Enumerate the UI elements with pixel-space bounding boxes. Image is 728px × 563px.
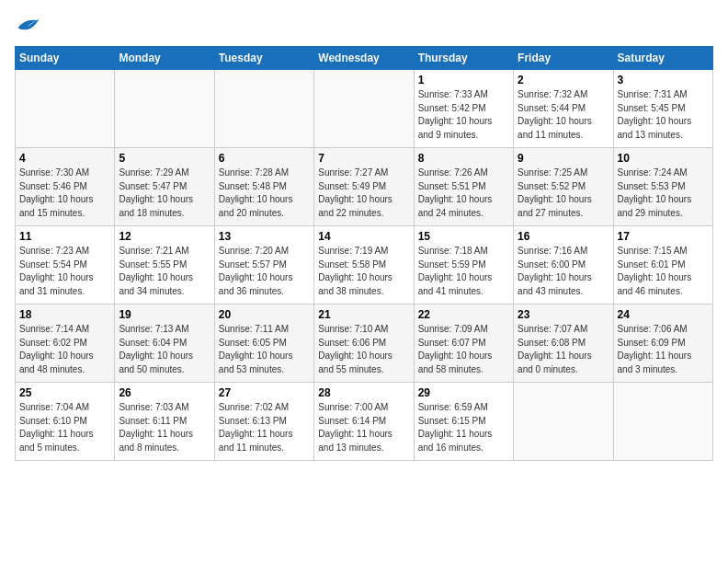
day-number: 22 — [418, 308, 509, 321]
day-number: 21 — [318, 308, 409, 321]
day-info: Sunrise: 7:32 AM Sunset: 5:44 PM Dayligh… — [518, 88, 609, 142]
weekday-header-saturday: Saturday — [613, 47, 712, 70]
calendar-cell: 24Sunrise: 7:06 AM Sunset: 6:09 PM Dayli… — [613, 304, 712, 383]
day-number: 15 — [418, 230, 509, 243]
calendar-cell: 13Sunrise: 7:20 AM Sunset: 5:57 PM Dayli… — [214, 226, 313, 304]
day-info: Sunrise: 7:15 AM Sunset: 6:01 PM Dayligh… — [618, 245, 709, 298]
day-number: 2 — [518, 74, 609, 86]
day-number: 5 — [119, 152, 210, 165]
day-info: Sunrise: 7:02 AM Sunset: 6:13 PM Dayligh… — [219, 401, 310, 454]
day-info: Sunrise: 7:04 AM Sunset: 6:10 PM Dayligh… — [19, 401, 110, 454]
calendar-cell: 14Sunrise: 7:19 AM Sunset: 5:58 PM Dayli… — [314, 226, 414, 304]
calendar-cell — [613, 383, 712, 461]
calendar-cell: 19Sunrise: 7:13 AM Sunset: 6:04 PM Dayli… — [115, 304, 214, 383]
weekday-header-row: SundayMondayTuesdayWednesdayThursdayFrid… — [16, 47, 713, 70]
calendar-week-row: 25Sunrise: 7:04 AM Sunset: 6:10 PM Dayli… — [16, 383, 713, 461]
day-number: 7 — [318, 152, 409, 165]
day-info: Sunrise: 7:07 AM Sunset: 6:08 PM Dayligh… — [518, 323, 609, 376]
day-info: Sunrise: 7:19 AM Sunset: 5:58 PM Dayligh… — [318, 245, 409, 298]
day-info: Sunrise: 7:09 AM Sunset: 6:07 PM Dayligh… — [418, 323, 509, 376]
day-number: 23 — [518, 308, 609, 321]
header — [15, 15, 713, 35]
day-number: 12 — [119, 230, 210, 243]
calendar-cell: 6Sunrise: 7:28 AM Sunset: 5:48 PM Daylig… — [214, 148, 313, 226]
calendar-cell: 10Sunrise: 7:24 AM Sunset: 5:53 PM Dayli… — [613, 148, 712, 226]
calendar-cell: 1Sunrise: 7:33 AM Sunset: 5:42 PM Daylig… — [414, 70, 513, 148]
weekday-header-monday: Monday — [115, 47, 214, 70]
calendar-cell: 26Sunrise: 7:03 AM Sunset: 6:11 PM Dayli… — [115, 383, 214, 461]
day-info: Sunrise: 7:00 AM Sunset: 6:14 PM Dayligh… — [318, 401, 409, 454]
day-number: 25 — [19, 386, 110, 399]
day-info: Sunrise: 7:11 AM Sunset: 6:05 PM Dayligh… — [219, 323, 310, 376]
day-number: 17 — [618, 230, 709, 243]
calendar-cell: 17Sunrise: 7:15 AM Sunset: 6:01 PM Dayli… — [613, 226, 712, 304]
day-number: 3 — [618, 74, 709, 86]
day-info: Sunrise: 7:10 AM Sunset: 6:06 PM Dayligh… — [318, 323, 409, 376]
calendar-week-row: 11Sunrise: 7:23 AM Sunset: 5:54 PM Dayli… — [16, 226, 713, 304]
calendar-cell — [115, 70, 214, 148]
day-info: Sunrise: 7:23 AM Sunset: 5:54 PM Dayligh… — [19, 245, 110, 298]
calendar-cell: 4Sunrise: 7:30 AM Sunset: 5:46 PM Daylig… — [16, 148, 115, 226]
calendar-cell: 3Sunrise: 7:31 AM Sunset: 5:45 PM Daylig… — [613, 70, 712, 148]
calendar-cell: 2Sunrise: 7:32 AM Sunset: 5:44 PM Daylig… — [514, 70, 613, 148]
day-number: 18 — [19, 308, 110, 321]
calendar-cell: 21Sunrise: 7:10 AM Sunset: 6:06 PM Dayli… — [314, 304, 414, 383]
calendar-week-row: 18Sunrise: 7:14 AM Sunset: 6:02 PM Dayli… — [16, 304, 713, 383]
weekday-header-thursday: Thursday — [414, 47, 513, 70]
calendar-cell: 23Sunrise: 7:07 AM Sunset: 6:08 PM Dayli… — [514, 304, 613, 383]
day-number: 24 — [618, 308, 709, 321]
day-number: 16 — [518, 230, 609, 243]
day-info: Sunrise: 7:14 AM Sunset: 6:02 PM Dayligh… — [19, 323, 110, 376]
calendar-cell — [514, 383, 613, 461]
weekday-header-friday: Friday — [514, 47, 613, 70]
calendar-cell: 15Sunrise: 7:18 AM Sunset: 5:59 PM Dayli… — [414, 226, 513, 304]
calendar-cell: 20Sunrise: 7:11 AM Sunset: 6:05 PM Dayli… — [214, 304, 313, 383]
day-number: 26 — [119, 386, 210, 399]
weekday-header-tuesday: Tuesday — [214, 47, 313, 70]
day-info: Sunrise: 7:20 AM Sunset: 5:57 PM Dayligh… — [219, 245, 310, 298]
day-number: 27 — [219, 386, 310, 399]
day-number: 20 — [219, 308, 310, 321]
day-number: 29 — [418, 386, 509, 399]
day-info: Sunrise: 7:16 AM Sunset: 6:00 PM Dayligh… — [518, 245, 609, 298]
day-info: Sunrise: 7:13 AM Sunset: 6:04 PM Dayligh… — [119, 323, 210, 376]
calendar-cell: 12Sunrise: 7:21 AM Sunset: 5:55 PM Dayli… — [115, 226, 214, 304]
day-number: 8 — [418, 152, 509, 165]
day-info: Sunrise: 7:06 AM Sunset: 6:09 PM Dayligh… — [618, 323, 709, 376]
calendar-cell: 9Sunrise: 7:25 AM Sunset: 5:52 PM Daylig… — [514, 148, 613, 226]
weekday-header-sunday: Sunday — [16, 47, 115, 70]
calendar-table: SundayMondayTuesdayWednesdayThursdayFrid… — [15, 46, 713, 461]
calendar-cell — [314, 70, 414, 148]
day-number: 13 — [219, 230, 310, 243]
calendar-cell: 29Sunrise: 6:59 AM Sunset: 6:15 PM Dayli… — [414, 383, 513, 461]
logo-icon — [15, 15, 40, 35]
day-number: 10 — [618, 152, 709, 165]
calendar-cell: 16Sunrise: 7:16 AM Sunset: 6:00 PM Dayli… — [514, 226, 613, 304]
day-number: 9 — [518, 152, 609, 165]
day-info: Sunrise: 7:18 AM Sunset: 5:59 PM Dayligh… — [418, 245, 509, 298]
day-info: Sunrise: 7:24 AM Sunset: 5:53 PM Dayligh… — [618, 167, 709, 220]
calendar-cell: 18Sunrise: 7:14 AM Sunset: 6:02 PM Dayli… — [16, 304, 115, 383]
calendar-cell: 8Sunrise: 7:26 AM Sunset: 5:51 PM Daylig… — [414, 148, 513, 226]
calendar-cell: 5Sunrise: 7:29 AM Sunset: 5:47 PM Daylig… — [115, 148, 214, 226]
calendar-week-row: 1Sunrise: 7:33 AM Sunset: 5:42 PM Daylig… — [16, 70, 713, 148]
day-info: Sunrise: 7:03 AM Sunset: 6:11 PM Dayligh… — [119, 401, 210, 454]
day-info: Sunrise: 6:59 AM Sunset: 6:15 PM Dayligh… — [418, 401, 509, 454]
calendar-cell — [16, 70, 115, 148]
day-number: 19 — [119, 308, 210, 321]
day-info: Sunrise: 7:21 AM Sunset: 5:55 PM Dayligh… — [119, 245, 210, 298]
day-number: 14 — [318, 230, 409, 243]
day-number: 11 — [19, 230, 110, 243]
day-info: Sunrise: 7:31 AM Sunset: 5:45 PM Dayligh… — [618, 88, 709, 142]
day-number: 28 — [318, 386, 409, 399]
day-info: Sunrise: 7:25 AM Sunset: 5:52 PM Dayligh… — [518, 167, 609, 220]
calendar-cell — [214, 70, 313, 148]
day-info: Sunrise: 7:30 AM Sunset: 5:46 PM Dayligh… — [19, 167, 110, 220]
weekday-header-wednesday: Wednesday — [314, 47, 414, 70]
calendar-week-row: 4Sunrise: 7:30 AM Sunset: 5:46 PM Daylig… — [16, 148, 713, 226]
day-number: 4 — [19, 152, 110, 165]
calendar-cell: 7Sunrise: 7:27 AM Sunset: 5:49 PM Daylig… — [314, 148, 414, 226]
day-number: 1 — [418, 74, 509, 86]
calendar-cell: 25Sunrise: 7:04 AM Sunset: 6:10 PM Dayli… — [16, 383, 115, 461]
day-info: Sunrise: 7:27 AM Sunset: 5:49 PM Dayligh… — [318, 167, 409, 220]
